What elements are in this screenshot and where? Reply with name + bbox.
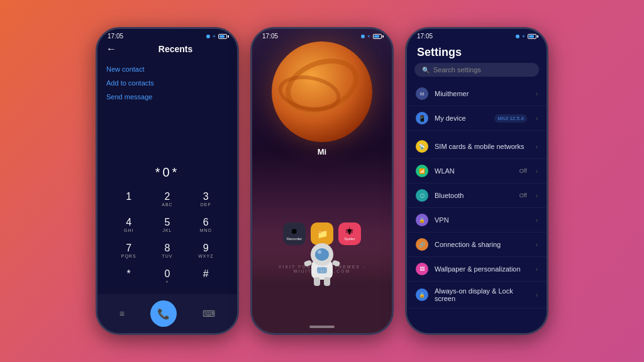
vpn-label: VPN <box>435 216 527 224</box>
key-1[interactable]: 1 <box>111 187 147 211</box>
phone-left: 17:05 + ← Recents New contact Add to con… <box>96 27 239 335</box>
connection-icon: 🔗 <box>416 238 428 251</box>
new-contact-btn[interactable]: New contact <box>106 62 228 76</box>
settings-item-miuithemer[interactable]: M Miuithemer › <box>407 82 547 106</box>
right-status-bar: 17:05 + <box>407 29 547 41</box>
wlan-value: Off <box>519 168 527 174</box>
settings-search[interactable]: 🔍 Search settings <box>414 63 539 77</box>
center-plus-icon: + <box>367 33 370 40</box>
phone-center: 17:05 + Mi ⏺ Recorder 📁 🕷 <box>250 27 394 335</box>
bluetooth-value: Off <box>519 192 527 199</box>
always-on-label: Always-on display & Lock screen <box>435 287 527 302</box>
miui-version-badge: MIUI 12.5.4 <box>494 114 526 123</box>
contact-actions: New contact Add to contacts Send message <box>97 57 237 104</box>
svg-point-2 <box>315 248 329 261</box>
settings-item-vpn[interactable]: 🔒 VPN › <box>407 208 547 233</box>
bluetooth-label: Bluetooth <box>435 192 513 199</box>
chevron-icon-2: › <box>536 143 538 150</box>
battery-icon <box>218 34 227 39</box>
settings-item-sim[interactable]: 📡 SIM cards & mobile networks › <box>407 134 547 159</box>
chevron-icon-0: › <box>536 90 538 97</box>
wlan-icon: 📶 <box>416 165 428 177</box>
dial-grid: 1 2ABC 3DEF 4GHI 5JKL 6MNO 7PQRS 8TUV 9W… <box>111 187 224 288</box>
sim-icon: 📡 <box>416 140 428 153</box>
plus-icon: + <box>213 33 216 40</box>
left-screen: 17:05 + ← Recents New contact Add to con… <box>97 29 237 333</box>
chevron-icon-6: › <box>536 241 538 248</box>
settings-item-connection[interactable]: 🔗 Connection & sharing › <box>407 233 547 257</box>
key-7[interactable]: 7PQRS <box>111 239 147 262</box>
center-time: 17:05 <box>262 33 278 40</box>
right-status-icons: + <box>516 33 536 40</box>
left-time: 17:05 <box>108 33 123 40</box>
search-placeholder: Search settings <box>433 66 481 74</box>
settings-title: Settings <box>407 41 547 63</box>
chevron-icon-5: › <box>536 217 538 224</box>
right-signal-dot <box>516 35 519 38</box>
add-to-contacts-btn[interactable]: Add to contacts <box>106 76 228 90</box>
chevron-icon-3: › <box>536 168 538 175</box>
key-4[interactable]: 4GHI <box>111 213 147 236</box>
menu-icon[interactable]: ≡ <box>119 309 125 319</box>
recents-title: Recents <box>123 44 228 54</box>
left-top-bar: ← Recents <box>97 41 237 57</box>
svg-rect-7 <box>324 277 330 286</box>
sim-label: SIM cards & mobile networks <box>435 143 527 150</box>
vpn-icon: 🔒 <box>416 214 428 226</box>
key-8[interactable]: 8TUV <box>149 239 185 262</box>
center-battery-icon <box>373 34 382 39</box>
dialer-area: *0* 1 2ABC 3DEF 4GHI 5JKL 6MNO 7PQRS 8TU… <box>97 104 237 294</box>
center-status-icons: + <box>361 33 382 40</box>
dial-display: *0* <box>155 165 180 180</box>
settings-item-bluetooth[interactable]: ⬡ Bluetooth Off › <box>407 184 547 208</box>
center-status-bar: 17:05 + <box>252 29 392 41</box>
chevron-icon-7: › <box>536 266 538 273</box>
key-hash[interactable]: # <box>188 265 224 288</box>
center-signal-dot <box>361 35 365 38</box>
settings-item-always-on[interactable]: 🔒 Always-on display & Lock screen › <box>407 282 547 309</box>
right-plus-icon: + <box>522 33 525 40</box>
miuithemer-label: Miuithemer <box>435 90 527 97</box>
phone-right: 17:05 + Settings 🔍 Search settings M Miu… <box>405 27 548 335</box>
home-label: Mi <box>318 147 326 156</box>
wallpaper-label: Wallpaper & personalization <box>435 265 527 273</box>
key-6[interactable]: 6MNO <box>188 213 224 236</box>
settings-item-wallpaper[interactable]: 🖼 Wallpaper & personalization › <box>407 257 547 282</box>
chevron-icon-4: › <box>536 192 538 199</box>
astronaut-graphic <box>300 236 344 286</box>
chevron-icon-8: › <box>536 292 538 299</box>
right-battery-icon <box>528 34 536 39</box>
svg-rect-6 <box>314 277 320 286</box>
right-screen: 17:05 + Settings 🔍 Search settings M Miu… <box>407 29 547 333</box>
planet-graphic <box>272 41 372 142</box>
settings-item-wlan[interactable]: 📶 WLAN Off › <box>407 159 547 184</box>
svg-point-3 <box>318 250 321 254</box>
left-status-icons: + <box>206 33 227 40</box>
mydevice-label: My device <box>435 114 488 122</box>
dialpad-icon[interactable]: ⌨ <box>203 309 215 319</box>
right-time: 17:05 <box>417 33 433 40</box>
call-button[interactable]: 📞 <box>150 300 177 327</box>
left-status-bar: 17:05 + <box>97 29 237 41</box>
key-9[interactable]: 9WXYZ <box>188 239 224 262</box>
key-5[interactable]: 5JKL <box>149 213 185 236</box>
search-icon: 🔍 <box>422 67 430 74</box>
key-star[interactable]: * <box>111 265 147 288</box>
settings-list: M Miuithemer › 📱 My device MIUI 12.5.4 ›… <box>407 82 547 333</box>
watermark-text: VISIT FOR MORE THEMES - MIUITHEMER.COM <box>252 265 392 273</box>
wallpaper-icon: 🖼 <box>416 263 428 275</box>
always-on-icon: 🔒 <box>416 288 428 301</box>
center-screen: 17:05 + Mi ⏺ Recorder 📁 🕷 <box>252 29 392 333</box>
settings-item-mydevice[interactable]: 📱 My device MIUI 12.5.4 › <box>407 106 547 131</box>
bluetooth-icon: ⬡ <box>416 189 428 202</box>
connection-label: Connection & sharing <box>435 241 527 248</box>
key-2[interactable]: 2ABC <box>149 187 185 211</box>
back-arrow-icon[interactable]: ← <box>106 43 116 55</box>
home-indicator <box>309 326 335 328</box>
key-3[interactable]: 3DEF <box>188 187 224 211</box>
miuithemer-icon: M <box>416 87 428 100</box>
dialer-footer: ≡ 📞 ⌨ <box>97 294 237 333</box>
mydevice-icon: 📱 <box>416 112 428 124</box>
send-message-btn[interactable]: Send message <box>106 90 228 104</box>
key-0[interactable]: 0+ <box>149 265 185 288</box>
